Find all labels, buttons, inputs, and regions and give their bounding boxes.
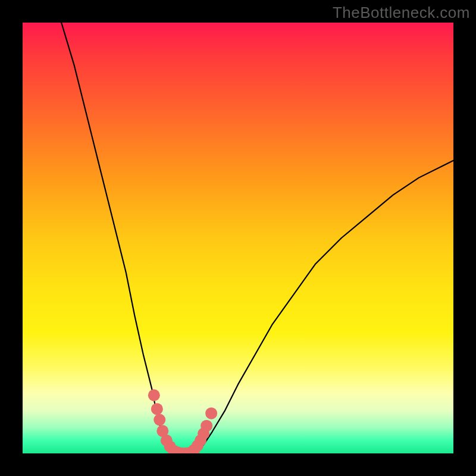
watermark-text: TheBottleneck.com (333, 4, 470, 22)
marker-dot (151, 403, 163, 415)
chart-frame: TheBottleneck.com (0, 0, 476, 476)
curve-left-curve (61, 23, 177, 453)
plot-area (23, 23, 453, 453)
chart-svg (23, 23, 453, 453)
marker-dot (148, 389, 160, 401)
marker-dot (205, 408, 217, 419)
marker-dot (201, 420, 212, 432)
marker-dot (154, 414, 165, 426)
curve-right-curve (195, 161, 453, 453)
